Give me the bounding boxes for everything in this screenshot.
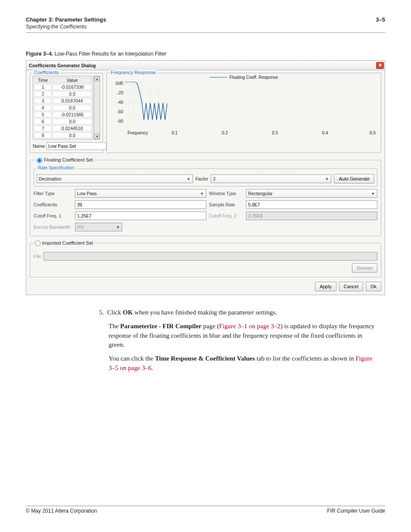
imported-coeff-fieldset: Imported Coefficient Set File Browse: [30, 240, 381, 278]
dialog-window: Coefficients Generator Dialog ✕ Coeffici…: [26, 60, 385, 295]
page-number: 3–5: [376, 16, 385, 23]
figure-link[interactable]: Figure 3–1 on page 3–2: [219, 323, 280, 330]
floating-coeff-radio[interactable]: [37, 158, 42, 163]
factor-label: Factor: [196, 176, 209, 181]
chevron-down-icon: ▾: [324, 176, 330, 181]
table-row: 20.0: [34, 91, 92, 97]
dialog-title: Coefficients Generator Dialog: [29, 63, 96, 68]
col-value: Value: [53, 77, 92, 83]
excess-bw-label: Excess Bandwidth: [34, 224, 72, 230]
table-row: 80.0: [34, 132, 92, 138]
coefficients-label: Coefficients: [34, 202, 72, 207]
chapter-title: Chapter 3: Parameter Settings: [26, 16, 106, 23]
sample-rate-input[interactable]: [246, 200, 377, 209]
scroll-up-icon[interactable]: ▴: [94, 76, 100, 81]
imported-coeff-radio[interactable]: [35, 240, 40, 246]
name-label: Name: [33, 143, 45, 149]
cutoff1-label: Cutoff Freq. 1: [34, 213, 72, 218]
chart-svg: [125, 82, 167, 124]
chevron-down-icon: ▾: [186, 176, 192, 181]
filter-type-select[interactable]: Low Pass▾: [75, 189, 206, 198]
page-header: Chapter 3: Parameter Settings Specifying…: [26, 16, 385, 33]
table-row: 40.0: [34, 105, 92, 111]
ok-button[interactable]: Ok: [366, 282, 381, 291]
cutoff2-label: Cutoff Freq. 2: [209, 213, 243, 218]
footer-left: © May 2011 Altera Corporation: [26, 508, 97, 514]
cutoff2-input: [246, 212, 377, 220]
footer-right: FIR Compiler User Guide: [327, 508, 385, 514]
scrollbar[interactable]: ▴ ▾: [94, 76, 100, 140]
coefficients-panel: Coefficients TimeValue 1-0.0167338 20.0 …: [30, 73, 103, 153]
factor-select[interactable]: 2▾: [211, 174, 331, 183]
title-bar: Coefficients Generator Dialog ✕: [26, 61, 385, 70]
cancel-button[interactable]: Cancel: [339, 282, 363, 291]
chapter-subtitle: Specifying the Coefficients: [26, 24, 106, 30]
table-row: 5-0.0211985: [34, 112, 92, 118]
close-icon: ✕: [378, 62, 382, 68]
floating-coeff-fieldset: Floating Coefficient Set Rate Specificat…: [30, 157, 381, 236]
coefficients-panel-label: Coefficients: [33, 70, 60, 75]
apply-button[interactable]: Apply: [315, 282, 336, 291]
rate-spec-select[interactable]: Decimation▾: [37, 174, 193, 183]
page-footer: © May 2011 Altera Corporation FIR Compil…: [26, 506, 385, 514]
table-row: 70.0244518: [34, 125, 92, 131]
chevron-down-icon: ▾: [370, 191, 376, 196]
browse-button: Browse: [352, 263, 377, 273]
window-type-select[interactable]: Rectangular▾: [246, 189, 377, 198]
filter-type-label: Filter Type: [34, 191, 72, 196]
chevron-down-icon: ▾: [115, 224, 121, 230]
scroll-down-icon[interactable]: ▾: [94, 134, 100, 139]
rate-spec-fieldset: Rate Specification Decimation▾ Factor 2▾…: [34, 168, 377, 187]
legend-line-icon: [210, 77, 227, 78]
name-input[interactable]: [47, 142, 106, 150]
table-row: 1-0.0167338: [34, 84, 92, 90]
sample-rate-label: Sample Rate: [209, 202, 243, 207]
file-input: [44, 252, 377, 261]
excess-bw-select: 0%▾: [75, 223, 122, 231]
chart-legend: Floating Coeff. Response: [210, 75, 278, 80]
coefficients-input[interactable]: [75, 200, 206, 209]
frequency-response-panel: Frequency Response Floating Coeff. Respo…: [106, 73, 381, 153]
figure-caption: Figure 3–4. Low-Pass Filter Results for …: [26, 51, 385, 57]
frequency-response-label: Frequency Response: [109, 70, 157, 75]
coefficients-table: TimeValue 1-0.0167338 20.0 30.0187044 40…: [33, 76, 93, 140]
file-label: File: [34, 254, 41, 259]
table-row: 30.0187044: [34, 98, 92, 104]
col-time: Time: [34, 77, 52, 83]
close-button[interactable]: ✕: [376, 62, 384, 69]
cutoff1-input[interactable]: [75, 212, 206, 220]
auto-generate-button[interactable]: Auto Generate: [334, 174, 374, 184]
table-row: 60.0: [34, 118, 92, 124]
body-text: 5. Click OK when you have finished makin…: [91, 308, 375, 373]
frequency-response-chart: Floating Coeff. Response 0dB -20 -40 -60…: [109, 76, 378, 136]
chevron-down-icon: ▾: [199, 191, 205, 196]
window-type-label: Window Type: [209, 191, 243, 196]
